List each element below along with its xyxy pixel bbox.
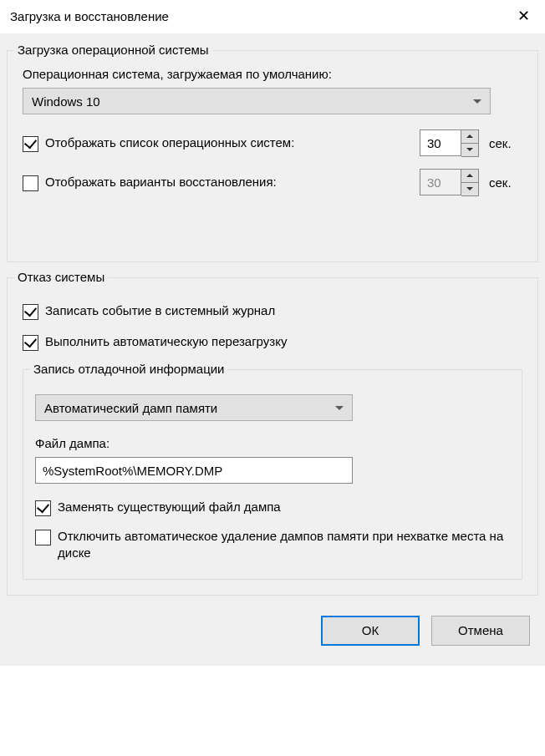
spinner-up-icon[interactable] — [461, 130, 478, 144]
dump-file-value: %SystemRoot%\MEMORY.DMP — [43, 464, 222, 478]
show-os-seconds-spinner[interactable]: 30 — [420, 129, 479, 157]
cancel-button[interactable]: Отмена — [431, 616, 530, 646]
startup-group: Загрузка операционной системы Операционн… — [7, 50, 538, 262]
window-title: Загрузка и восстановление — [10, 9, 169, 23]
dialog-content: Загрузка операционной системы Операционн… — [0, 33, 545, 666]
startup-group-title: Загрузка операционной системы — [14, 43, 212, 57]
dump-file-input[interactable]: %SystemRoot%\MEMORY.DMP — [35, 457, 353, 484]
default-os-select[interactable]: Windows 10 — [23, 88, 491, 114]
show-recovery-seconds-value: 30 — [420, 169, 461, 195]
dump-file-label: Файл дампа: — [35, 436, 510, 450]
failure-group-title: Отказ системы — [14, 270, 108, 284]
overwrite-label: Заменять существующий файл дампа — [58, 499, 281, 515]
dump-type-select[interactable]: Автоматический дамп памяти — [35, 394, 353, 421]
titlebar: Загрузка и восстановление ✕ — [0, 0, 545, 33]
default-os-label: Операционная система, загружаемая по умо… — [23, 67, 522, 81]
disable-auto-delete-label: Отключить автоматическое удаление дампов… — [58, 528, 510, 562]
log-event-label: Записать событие в системный журнал — [45, 302, 275, 319]
close-icon[interactable]: ✕ — [514, 7, 533, 25]
default-os-value: Windows 10 — [32, 94, 100, 109]
auto-restart-checkbox[interactable] — [23, 335, 38, 351]
log-event-checkbox[interactable] — [23, 304, 38, 320]
overwrite-checkbox[interactable] — [35, 500, 51, 516]
show-os-seconds-value[interactable]: 30 — [420, 129, 461, 156]
ok-button[interactable]: ОК — [321, 616, 420, 646]
show-os-list-label: Отображать список операционных систем: — [45, 134, 294, 151]
show-os-list-checkbox[interactable] — [23, 136, 38, 152]
spinner-up-icon — [461, 170, 478, 183]
seconds-suffix: сек. — [489, 136, 522, 150]
show-recovery-seconds-spinner: 30 — [420, 169, 479, 196]
seconds-suffix: сек. — [489, 175, 522, 190]
show-recovery-checkbox[interactable] — [23, 175, 38, 191]
chevron-down-icon — [335, 406, 344, 410]
debug-group-title: Запись отладочной информации — [30, 362, 227, 376]
auto-restart-label: Выполнить автоматическую перезагрузку — [45, 333, 287, 350]
spinner-down-icon[interactable] — [461, 144, 478, 157]
disable-auto-delete-checkbox[interactable] — [35, 530, 51, 545]
spinner-down-icon — [461, 183, 478, 196]
chevron-down-icon — [473, 99, 481, 104]
dump-type-value: Автоматический дамп памяти — [44, 401, 217, 415]
dialog-buttons: ОК Отмена — [7, 604, 538, 652]
show-recovery-label: Отображать варианты восстановления: — [45, 174, 277, 190]
debug-info-group: Запись отладочной информации Автоматичес… — [23, 369, 522, 580]
failure-group: Отказ системы Записать событие в системн… — [7, 277, 538, 596]
